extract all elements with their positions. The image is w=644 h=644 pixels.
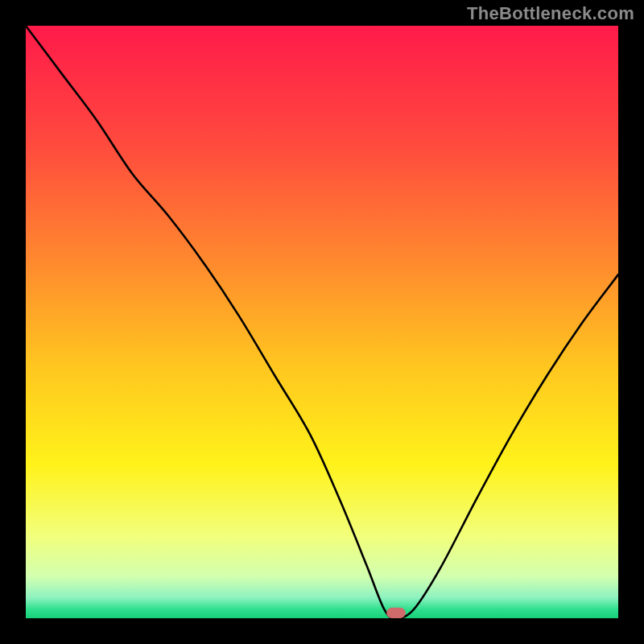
bottleneck-chart (0, 0, 644, 644)
chart-frame: TheBottleneck.com (0, 0, 644, 644)
watermark: TheBottleneck.com (467, 3, 634, 24)
optimal-marker (386, 608, 406, 618)
svg-rect-0 (26, 26, 618, 618)
